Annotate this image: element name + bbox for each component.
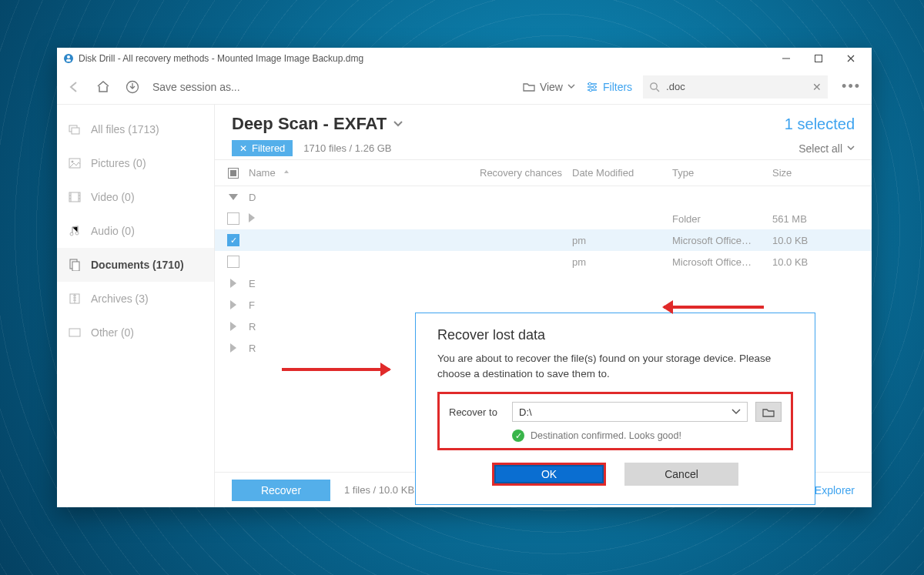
expand-icon[interactable]	[249, 213, 255, 222]
chevron-down-icon	[567, 84, 575, 89]
dialog-title: Recover lost data	[437, 327, 793, 343]
sidebar-item-label: Archives (3)	[91, 293, 149, 305]
column-size[interactable]: Size	[772, 167, 849, 179]
confirm-text: Destination confirmed. Looks good!	[531, 430, 681, 441]
ok-button[interactable]: OK	[492, 463, 606, 486]
destination-value: D:\	[519, 406, 532, 418]
expand-icon[interactable]	[230, 343, 236, 353]
table-row[interactable]: E	[215, 272, 872, 294]
row-size: 561 MB	[772, 213, 849, 225]
view-toggle[interactable]: View	[523, 81, 575, 93]
collapse-icon[interactable]	[229, 194, 238, 200]
column-recovery[interactable]: Recovery chances	[480, 167, 572, 179]
minimize-button[interactable]	[770, 48, 802, 69]
row-date: pm	[572, 256, 672, 268]
svg-point-7	[593, 85, 596, 89]
dialog-body: You are about to recover the file(s) fou…	[437, 351, 793, 381]
audio-icon	[68, 225, 82, 237]
table-row[interactable]: Folder 561 MB	[215, 208, 872, 229]
close-button[interactable]	[835, 48, 867, 69]
filters-button[interactable]: Filters	[586, 81, 632, 93]
row-date: pm	[572, 235, 672, 246]
browse-button[interactable]	[755, 402, 782, 422]
download-icon[interactable]	[123, 78, 142, 96]
annotation-arrow	[664, 306, 764, 309]
pictures-icon	[68, 158, 82, 169]
search-input[interactable]	[666, 81, 806, 92]
home-button[interactable]	[94, 78, 112, 96]
sidebar-item-label: Documents (1710)	[91, 259, 184, 271]
table-header: Name Recovery chances Date Modified Type…	[215, 160, 872, 186]
expand-icon[interactable]	[230, 279, 236, 288]
svg-rect-2	[66, 59, 71, 62]
recover-dialog: Recover lost data You are about to recov…	[415, 313, 815, 505]
row-name: F	[249, 299, 255, 311]
back-button[interactable]	[65, 78, 83, 96]
row-size: 10.0 KB	[772, 235, 849, 246]
row-type: Folder	[672, 213, 772, 225]
row-checkbox[interactable]: ✓	[227, 234, 239, 246]
sidebar-item-documents[interactable]: Documents (1710)	[57, 248, 214, 282]
filter-chip-label: Filtered	[252, 142, 285, 154]
results-table: Name Recovery chances Date Modified Type…	[215, 159, 872, 472]
table-row[interactable]: D	[215, 186, 872, 208]
sidebar: All files (1713) Pictures (0) Video (0) …	[57, 105, 215, 507]
check-circle-icon: ✓	[512, 430, 524, 442]
row-checkbox[interactable]	[227, 212, 239, 225]
chevron-down-icon	[732, 409, 741, 415]
video-icon	[68, 192, 82, 202]
scan-title: Deep Scan - EXFAT	[232, 114, 387, 134]
expand-icon[interactable]	[230, 322, 236, 331]
search-box[interactable]: ✕	[643, 75, 828, 99]
sidebar-item-other[interactable]: Other (0)	[57, 316, 214, 349]
table-row[interactable]: pm Microsoft Office… 10.0 KB	[215, 251, 872, 272]
svg-point-1	[67, 55, 70, 59]
sidebar-item-label: Other (0)	[91, 326, 134, 339]
row-type: Microsoft Office…	[672, 256, 772, 268]
sidebar-item-all-files[interactable]: All files (1713)	[57, 112, 214, 146]
filter-chip[interactable]: ✕ Filtered	[232, 140, 293, 156]
files-icon	[68, 124, 82, 135]
save-session-button[interactable]: Save session as...	[152, 81, 240, 93]
svg-rect-18	[72, 262, 79, 271]
select-all-checkbox[interactable]	[228, 168, 239, 179]
svg-point-15	[70, 232, 73, 236]
main-header: Deep Scan - EXFAT 1 selected ✕ Filtered …	[215, 105, 872, 159]
sidebar-item-archives[interactable]: Archives (3)	[57, 282, 214, 316]
sidebar-item-audio[interactable]: Audio (0)	[57, 214, 214, 248]
sidebar-item-label: Audio (0)	[91, 225, 135, 237]
select-all-dropdown[interactable]: Select all	[798, 142, 855, 155]
chevron-down-icon	[847, 145, 855, 151]
more-button[interactable]: •••	[839, 79, 864, 95]
column-name[interactable]: Name	[249, 167, 276, 179]
maximize-button[interactable]	[802, 48, 835, 69]
svg-point-8	[589, 89, 592, 92]
archives-icon	[68, 293, 82, 305]
clear-search-button[interactable]: ✕	[812, 81, 822, 93]
selected-count: 1 selected	[785, 115, 855, 133]
toolbar: Save session as... View Filters ✕ •••	[57, 69, 872, 105]
close-icon: ✕	[239, 143, 247, 154]
destination-combo[interactable]: D:\	[512, 402, 748, 422]
sliders-icon	[586, 82, 598, 92]
column-type[interactable]: Type	[672, 167, 772, 179]
sidebar-item-pictures[interactable]: Pictures (0)	[57, 146, 214, 180]
table-row[interactable]: ✓ pm Microsoft Office… 10.0 KB	[215, 229, 872, 251]
chevron-down-icon	[393, 120, 403, 128]
column-date[interactable]: Date Modified	[572, 167, 672, 179]
row-size: 10.0 KB	[772, 256, 849, 268]
scan-title-dropdown[interactable]: Deep Scan - EXFAT	[232, 114, 403, 134]
filters-label: Filters	[603, 81, 632, 93]
cancel-button[interactable]: Cancel	[624, 463, 738, 486]
search-icon	[649, 82, 660, 92]
sidebar-item-video[interactable]: Video (0)	[57, 180, 214, 214]
row-name: E	[249, 278, 256, 289]
row-checkbox[interactable]	[227, 256, 239, 268]
expand-icon[interactable]	[230, 300, 236, 309]
recover-button[interactable]: Recover	[232, 480, 330, 501]
svg-point-16	[75, 232, 79, 235]
svg-point-13	[72, 161, 74, 163]
sort-asc-icon	[283, 169, 290, 177]
svg-rect-4	[815, 55, 822, 62]
sidebar-item-label: Video (0)	[91, 191, 135, 203]
